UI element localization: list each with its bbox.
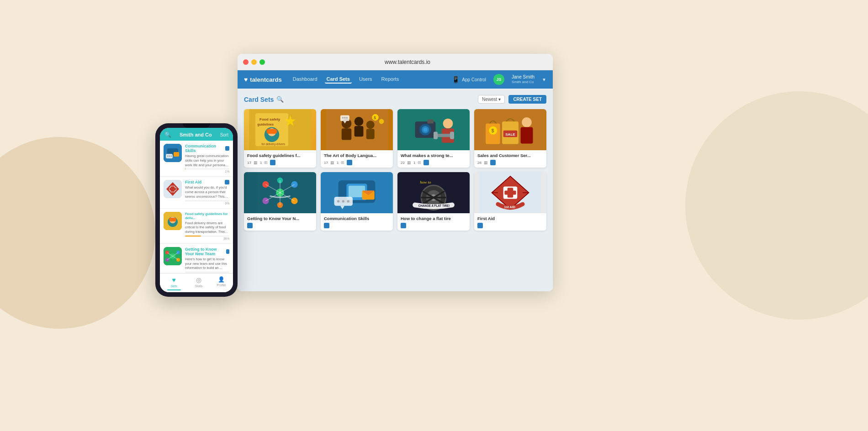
card-item-strong-team[interactable]: What makes a strong te... 22 ▦ 1 ⊞ (397, 109, 470, 168)
phone-sort-button[interactable]: Sort (220, 132, 228, 137)
nav-links: Dashboard Card Sets Users Reports (291, 75, 401, 84)
card-item-sales[interactable]: SALE $ Sales and Customer Ser... (474, 109, 546, 168)
phone-thumb-firstaid (164, 180, 182, 198)
phone-item-desc-team: Here's how to get to know your new team … (185, 257, 229, 270)
svg-rect-35 (450, 132, 454, 139)
card-meta-first-aid (477, 223, 543, 228)
user-icon: ⊞ (264, 160, 268, 165)
phone-list-item-food[interactable]: Food safety guidelines for deliv... Food… (160, 209, 233, 244)
svg-rect-104 (169, 218, 176, 221)
card-thumb-body-lang: $ (321, 109, 393, 150)
nav-reports[interactable]: Reports (380, 75, 401, 84)
card-info-sales: Sales and Customer Ser... 26 ▦ (474, 150, 546, 168)
heart-icon: ♥ (244, 76, 248, 83)
card-meta-sales: 26 ▦ (477, 160, 543, 165)
card-title-know-team: Getting to Know Your N... (247, 216, 313, 221)
svg-rect-16 (366, 129, 375, 139)
browser-dot-yellow[interactable] (251, 59, 257, 65)
phone-search-icon[interactable]: 🔍 (164, 131, 171, 138)
app-control[interactable]: 📱 App Control (452, 76, 486, 83)
card-thumb-sales: SALE $ (474, 109, 546, 150)
create-set-button[interactable]: CREATE SET (508, 95, 546, 104)
svg-text:SALE: SALE (505, 132, 515, 137)
svg-point-93 (169, 156, 170, 157)
phone-progress-label-comm: 1% (185, 170, 229, 173)
phone-nav-sets[interactable]: ♥ Sets (167, 276, 181, 290)
card-item-know-team[interactable]: Getting to Know Your N... (244, 172, 316, 231)
meta-badge (490, 160, 496, 165)
meta-badge (401, 223, 406, 228)
card-title-first-aid: First Aid (477, 216, 543, 221)
svg-point-19 (342, 117, 344, 119)
card-meta-food-safety: 17 ▦ 1 ⊞ (247, 160, 313, 165)
bg-decoration-right (685, 91, 868, 320)
svg-text:for delivery drivers: for delivery drivers (262, 142, 285, 146)
svg-point-15 (366, 121, 375, 129)
browser-titlebar: www.talentcards.io (238, 54, 553, 70)
card-meta-flat-tire (401, 223, 466, 228)
app-control-label: App Control (462, 77, 486, 82)
phone-progress-label-firstaid: 0% (185, 202, 229, 205)
card-meta-comm-skills (324, 223, 390, 228)
content-header: Card Sets 🔍 Newest ▾ CREATE SET (244, 95, 546, 104)
card-thumb-food-safety: Food safety guidelines for delivery driv… (244, 109, 316, 150)
content-title: Card Sets (244, 96, 274, 103)
phone-item-desc-comm: Having great communication skills can he… (185, 154, 229, 167)
svg-text:guidelines: guidelines (258, 122, 274, 126)
card-meta-body-language: 17 ▦ 1 ⊞ (324, 160, 390, 165)
svg-text:$: $ (492, 128, 494, 133)
user-icon: ⊞ (418, 160, 421, 165)
user-dropdown-arrow[interactable]: ▼ (542, 77, 546, 82)
phone-item-content-food: Food safety guidelines for deliv... Food… (185, 212, 229, 240)
phone-list-item-team[interactable]: Getting to Know Your New Team Here's how… (160, 244, 233, 273)
phone-thumb-comm (164, 144, 182, 162)
nav-users[interactable]: Users (357, 75, 374, 84)
svg-point-13 (355, 117, 364, 126)
phone-progress-bar-firstaid (185, 200, 229, 201)
brand-name: talentcards (250, 76, 281, 83)
browser-dot-green[interactable] (259, 59, 265, 65)
user-icon: ⊞ (341, 160, 344, 165)
nav-cardsets[interactable]: Card Sets (325, 75, 352, 84)
phone-nav-profile[interactable]: 👤 Profile (217, 276, 226, 290)
user-name-block: Jane Smith Smith and Co (512, 74, 535, 84)
browser-dot-red[interactable] (243, 59, 249, 65)
phone-outer: 🔍 Smith and Co Sort (155, 123, 238, 297)
phone-notch (183, 123, 210, 128)
card-icon: ▦ (484, 160, 488, 165)
card-item-food-safety[interactable]: Food safety guidelines for delivery driv… (244, 109, 316, 168)
card-info-flat-tire: How to change a flat tire (397, 213, 470, 231)
svg-text:$: $ (374, 116, 376, 120)
phone-progress-fill-comm (185, 168, 185, 169)
card-item-body-language[interactable]: $ The Art of Body Langua... 17 ▦ 1 ⊞ (321, 109, 393, 168)
card-info-body-language: The Art of Body Langua... 17 ▦ 1 ⊞ (321, 150, 393, 168)
card-title-body-language: The Art of Body Langua... (324, 153, 390, 158)
phone-list-item-firstaid[interactable]: First Aid What would you do, if you'd co… (160, 177, 233, 208)
app-content: Card Sets 🔍 Newest ▾ CREATE SET (238, 89, 553, 291)
phone-progress-bar-comm (185, 168, 229, 169)
card-item-comm-skills[interactable]: Communication Skills (321, 172, 393, 231)
svg-text:how to: how to (420, 180, 431, 184)
svg-point-69 (347, 200, 349, 202)
svg-rect-30 (428, 120, 434, 124)
header-right: Newest ▾ CREATE SET (478, 95, 546, 104)
brand-logo: ♥ talentcards (244, 76, 282, 83)
card-item-flat-tire[interactable]: how to CHANGE A FLAT TIRE! (397, 172, 470, 231)
phone-item-badge (225, 146, 229, 151)
card-item-first-aid[interactable]: 1st AID First Aid (474, 172, 546, 231)
phone-item-desc-food: Food delivery drivers are critical to th… (185, 221, 229, 234)
svg-point-67 (337, 200, 339, 202)
svg-rect-44 (521, 127, 533, 144)
nav-dashboard[interactable]: Dashboard (291, 75, 319, 84)
phone-list: Communication Skills Having great commun… (160, 141, 233, 273)
phone-item-content-firstaid: First Aid What would you do, if you'd co… (185, 180, 229, 205)
phone-bottom-nav: ♥ Sets ◎ Stats 👤 Profile (160, 273, 233, 292)
meta-badge (247, 223, 253, 228)
sort-dropdown[interactable]: Newest ▾ (478, 95, 505, 104)
phone-list-item-comm[interactable]: Communication Skills Having great commun… (160, 141, 233, 177)
search-icon[interactable]: 🔍 (276, 96, 284, 103)
mobile-icon: 📱 (452, 76, 460, 83)
phone-nav-stats[interactable]: ◎ Stats (195, 276, 202, 290)
card-info-know-team: Getting to Know Your N... (244, 213, 316, 231)
user-avatar: JS (493, 74, 504, 85)
